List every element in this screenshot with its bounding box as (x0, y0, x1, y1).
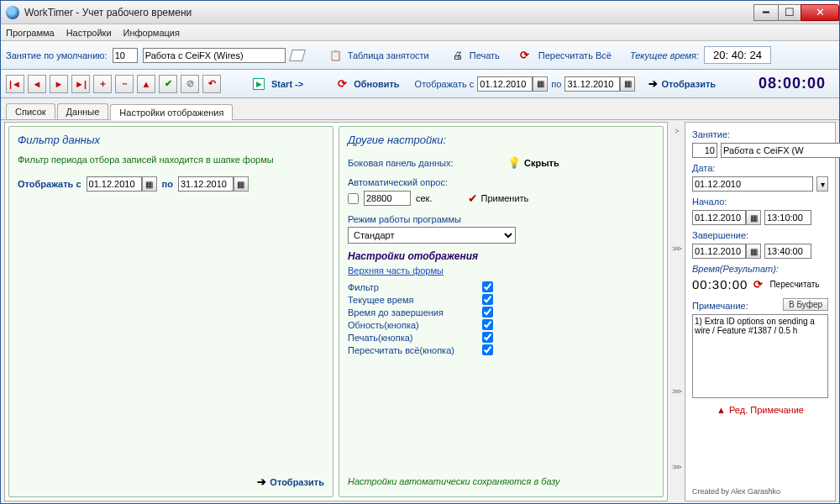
apply-button[interactable]: ✔Применить (468, 192, 529, 205)
side-end-date-picker[interactable]: ▦ (746, 244, 761, 259)
print-link[interactable]: Печать (470, 50, 500, 60)
nav-remove-button[interactable]: － (115, 75, 134, 93)
notes-textarea[interactable]: 1) Extra ID options on sending a wire / … (692, 314, 828, 398)
side-start-time-input[interactable] (764, 210, 811, 225)
to-buffer-button[interactable]: В Буфер (783, 298, 828, 311)
nav-undo-button[interactable]: ↶ (202, 75, 221, 93)
filter-date-from-input[interactable] (87, 176, 142, 192)
side-note-label: Примечание: (692, 301, 748, 311)
display-settings-title: Настройки отображения (348, 250, 654, 262)
toolbar-nav: |◄ ◄ ► ►| ＋ － ▲ ✔ ⊘ ↶ ▶ Start -> ⟳ Обнов… (1, 70, 839, 98)
default-task-id-input[interactable] (113, 48, 138, 63)
nav-prev-button[interactable]: ◄ (28, 75, 46, 93)
close-button[interactable]: ✕ (801, 4, 839, 21)
side-recalc-button[interactable]: Пересчитать (769, 280, 819, 289)
display-from-top-label: Отображать с (415, 79, 475, 89)
row-refreshbtn-checkbox[interactable] (482, 319, 493, 330)
filter-display-button[interactable]: Отобразить (270, 477, 324, 487)
body: Фильтр данных Фильтр периода отбора запи… (1, 120, 839, 503)
tab-data[interactable]: Данные (57, 103, 109, 119)
app-window: WorkTimer - Учет рабочего времени ━ ☐ ✕ … (0, 0, 840, 504)
nav-cancel-button[interactable]: ⊘ (181, 75, 199, 93)
nav-confirm-button[interactable]: ✔ (159, 75, 177, 93)
date-from-top-input[interactable] (477, 76, 533, 92)
filter-date-to-input[interactable] (178, 176, 234, 192)
window-title: WorkTimer - Учет рабочего времени (24, 7, 192, 18)
side-end-time-input[interactable] (764, 244, 811, 259)
bulb-icon: 💡 (507, 156, 521, 169)
apply-label: Применить (481, 193, 529, 203)
busy-table-icon: 📋 (329, 49, 343, 62)
tab-list[interactable]: Список (6, 103, 55, 119)
sidebar: Занятие: Дата: ▾ Начало: ▦ Завершение: ▦… (685, 122, 836, 501)
start-icon: ▶ (253, 78, 265, 90)
nav-add-button[interactable]: ＋ (93, 75, 112, 93)
row-recalcbtn-checkbox[interactable] (482, 344, 493, 355)
filter-hint: Фильтр периода отбора записей находится … (18, 155, 324, 165)
splitter-handle-2[interactable]: >>> (672, 244, 680, 253)
side-start-date-picker[interactable]: ▦ (746, 210, 761, 225)
to-top-label: по (551, 79, 561, 89)
side-end-date-input[interactable] (692, 244, 746, 259)
auto-poll-input[interactable] (364, 191, 411, 206)
splitter-handle-3[interactable]: >>> (672, 387, 680, 396)
nav-first-button[interactable]: |◄ (6, 75, 24, 93)
filter-display-from-label: Отображать с (18, 179, 81, 189)
splitter-handle-4[interactable]: >>> (672, 463, 680, 471)
splitter[interactable]: > >>> >>> >>> (668, 120, 685, 503)
other-panel-title: Другие настройки: (348, 134, 654, 146)
menu-program[interactable]: Программа (6, 28, 55, 38)
toolbar-top: Занятие по умолчанию: 📋 Таблица занятост… (1, 41, 839, 70)
auto-poll-label: Автоматический опрос: (348, 177, 654, 187)
row-recalcbtn-label: Пересчитать всё(кнопка) (348, 345, 482, 355)
nav-last-button[interactable]: ►| (71, 75, 90, 93)
side-recalc-icon: ⟳ (751, 278, 764, 291)
row-printbtn-checkbox[interactable] (482, 332, 493, 343)
countdown-time: 08:00:00 (759, 75, 826, 92)
date-from-top-picker[interactable]: ▦ (533, 76, 548, 92)
minimize-button[interactable]: ━ (753, 4, 779, 21)
side-task-name-input[interactable] (721, 143, 840, 158)
side-date-picker[interactable]: ▾ (816, 176, 828, 192)
start-button[interactable]: Start -> (271, 79, 303, 89)
row-refreshbtn-label: Обность(кнопка) (348, 320, 482, 330)
default-task-name-input[interactable] (143, 48, 286, 63)
side-task-label: Занятие: (692, 129, 828, 139)
edit-note-button[interactable]: ▲Ред. Примечание (692, 405, 828, 415)
check-icon: ✔ (468, 192, 478, 205)
side-start-date-input[interactable] (692, 210, 746, 225)
display-arrow-icon: ➔ (648, 77, 658, 90)
row-timeend-checkbox[interactable] (482, 307, 493, 318)
filter-date-to-picker[interactable]: ▦ (234, 176, 249, 192)
row-curtime-label: Текущее время (348, 295, 482, 305)
date-to-top-input[interactable] (564, 76, 620, 92)
nav-next-button[interactable]: ► (50, 75, 68, 93)
edit-note-label: Ред. Примечание (729, 405, 804, 415)
splitter-handle-1[interactable]: > (675, 127, 677, 135)
row-printbtn-label: Печать(кнопка) (348, 333, 482, 343)
side-date-input[interactable] (692, 176, 813, 192)
eraser-icon[interactable] (289, 50, 306, 61)
filter-panel: Фильтр данных Фильтр периода отбора запи… (8, 126, 333, 497)
side-panel-label: Боковая панель данных: (348, 158, 507, 168)
row-filter-checkbox[interactable] (482, 281, 493, 292)
tab-display-settings[interactable]: Настройки отображения (110, 104, 233, 120)
tab-bar: Список Данные Настройки отображения (1, 100, 839, 120)
refresh-icon: ⟳ (335, 77, 349, 91)
busy-table-link[interactable]: Таблица занятости (348, 50, 429, 60)
hide-button[interactable]: Скрыть (524, 158, 559, 168)
mode-select[interactable]: Стандарт (348, 227, 516, 244)
auto-poll-checkbox[interactable] (348, 193, 359, 204)
nav-up-button[interactable]: ▲ (137, 75, 155, 93)
maximize-button[interactable]: ☐ (778, 4, 801, 21)
side-task-id-input[interactable] (692, 143, 717, 158)
refresh-button[interactable]: Обновить (354, 79, 399, 89)
menu-settings[interactable]: Настройки (66, 28, 112, 38)
menu-info[interactable]: Информация (123, 28, 180, 38)
recalc-all-link[interactable]: Пересчитать Всё (538, 50, 612, 60)
display-top-button[interactable]: Отобразить (661, 79, 716, 89)
row-curtime-checkbox[interactable] (482, 294, 493, 305)
row-filter-label: Фильтр (348, 282, 482, 292)
filter-date-from-picker[interactable]: ▦ (142, 176, 157, 192)
date-to-top-picker[interactable]: ▦ (620, 76, 635, 92)
